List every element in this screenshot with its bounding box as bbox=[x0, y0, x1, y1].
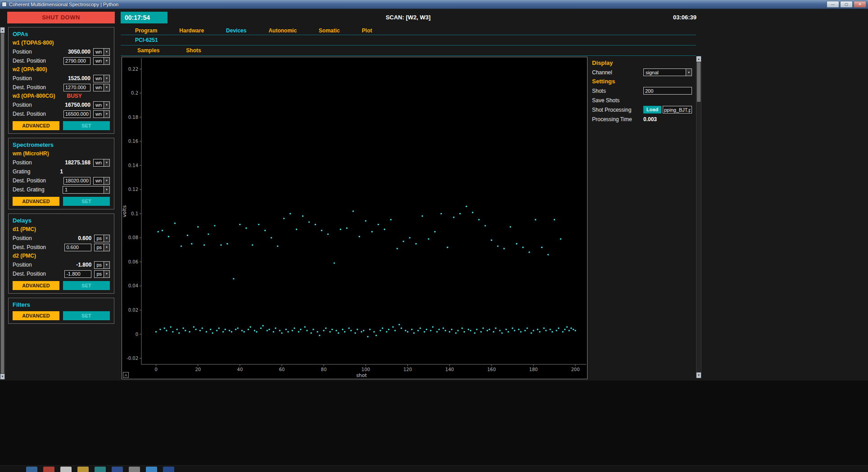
load-button[interactable]: Load bbox=[643, 106, 661, 113]
w3-dest-position-input[interactable] bbox=[63, 110, 90, 118]
d1-dest-position-input[interactable] bbox=[64, 244, 91, 251]
tab-hardware[interactable]: Hardware bbox=[179, 27, 204, 34]
w2-dest-units-combo[interactable]: wn▼ bbox=[93, 84, 110, 91]
w2-position-row: Position 1525.000 wn▼ bbox=[13, 74, 110, 82]
delays-set-button[interactable]: SET bbox=[63, 281, 110, 290]
chevron-down-icon[interactable]: ▼ bbox=[104, 49, 109, 55]
taskbar-app-icon[interactable] bbox=[77, 467, 89, 472]
d2-dest-units-combo[interactable]: ps▼ bbox=[94, 270, 110, 278]
spectrometers-set-button[interactable]: SET bbox=[63, 197, 110, 206]
opas-set-button[interactable]: SET bbox=[63, 121, 110, 130]
wm-dest-row: Dest. Position wn▼ bbox=[13, 177, 110, 185]
wm-units-combo[interactable]: wn▼ bbox=[93, 159, 110, 167]
taskbar-app-icon[interactable] bbox=[60, 467, 72, 472]
taskbar[interactable] bbox=[0, 465, 868, 472]
tab-samples[interactable]: Samples bbox=[137, 47, 159, 54]
tab-plot[interactable]: Plot bbox=[362, 27, 372, 34]
w2-dest-position-input[interactable] bbox=[63, 84, 90, 91]
scroll-up-icon[interactable]: ▲ bbox=[696, 56, 701, 62]
scrollbar-thumb[interactable] bbox=[1, 33, 4, 373]
chevron-down-icon[interactable]: ▼ bbox=[104, 262, 109, 268]
scroll-down-icon[interactable]: ▼ bbox=[696, 372, 701, 378]
opa-w2-name: w2 (OPA-800) bbox=[13, 66, 47, 73]
taskbar-app-icon[interactable] bbox=[163, 467, 174, 472]
svg-text:60: 60 bbox=[279, 367, 285, 372]
svg-text:180: 180 bbox=[529, 367, 538, 372]
chevron-down-icon[interactable]: ▼ bbox=[104, 111, 109, 118]
processing-file-input[interactable] bbox=[663, 106, 692, 113]
sidebar-scrollbar[interactable]: ▲ ▼ bbox=[0, 27, 5, 380]
taskbar-app-icon[interactable] bbox=[26, 467, 37, 472]
filters-set-button[interactable]: SET bbox=[63, 311, 110, 320]
chevron-down-icon[interactable]: ▼ bbox=[104, 102, 109, 109]
autoscale-button[interactable]: A bbox=[123, 372, 129, 378]
w3-busy-badge: BUSY bbox=[67, 93, 81, 99]
tab-devices[interactable]: Devices bbox=[226, 27, 246, 34]
w3-units-combo[interactable]: wn▼ bbox=[93, 101, 110, 109]
wm-dest-units-combo[interactable]: wn▼ bbox=[93, 177, 110, 185]
w1-dest-position-input[interactable] bbox=[63, 57, 90, 65]
shots-plot-canvas[interactable]: -0.0200.020.040.060.080.10.120.140.160.1… bbox=[122, 57, 587, 379]
main-scrollbar[interactable]: ▲ ▼ bbox=[696, 56, 701, 378]
section-opas: OPAs w1 (TOPAS-800) Position 3050.000 wn… bbox=[8, 27, 114, 134]
wm-dest-grating-combo[interactable]: 1▼ bbox=[63, 186, 110, 194]
filters-advanced-button[interactable]: ADVANCED bbox=[13, 311, 59, 320]
chevron-down-icon[interactable]: ▼ bbox=[104, 177, 109, 184]
w2-units-combo[interactable]: wn▼ bbox=[93, 75, 110, 82]
tab-autonomic[interactable]: Autonomic bbox=[268, 27, 297, 34]
w1-units-combo[interactable]: wn▼ bbox=[93, 48, 110, 56]
window-titlebar[interactable]: Coherent Multidimensional Spectroscopy |… bbox=[0, 0, 868, 9]
chevron-down-icon[interactable]: ▼ bbox=[104, 271, 109, 277]
taskbar-app-icon[interactable] bbox=[129, 467, 140, 472]
tab-pci-6251[interactable]: PCI-6251 bbox=[135, 37, 158, 43]
chevron-down-icon[interactable]: ▼ bbox=[104, 159, 109, 166]
chevron-down-icon[interactable]: ▼ bbox=[686, 69, 692, 76]
shots-input[interactable] bbox=[643, 87, 692, 95]
chevron-down-icon[interactable]: ▼ bbox=[104, 84, 109, 91]
channel-combo[interactable]: signal▼ bbox=[643, 68, 692, 76]
spectrometers-advanced-button[interactable]: ADVANCED bbox=[13, 197, 59, 206]
d2-dest-position-input[interactable] bbox=[64, 270, 91, 278]
d1-dest-units-combo[interactable]: ps▼ bbox=[94, 244, 110, 251]
d2-units-combo[interactable]: ps▼ bbox=[94, 261, 110, 269]
maximize-icon[interactable]: ▢ bbox=[840, 1, 853, 8]
section-delays: Delays d1 (PMC) Position 0.600 ps▼ Dest.… bbox=[8, 213, 114, 294]
minimize-icon[interactable]: — bbox=[827, 1, 839, 8]
opas-advanced-button[interactable]: ADVANCED bbox=[13, 121, 59, 130]
section-spectrometers: Spectrometers wm (MicroHR) Position 1827… bbox=[8, 138, 114, 209]
svg-text:-0.02: -0.02 bbox=[127, 356, 138, 361]
dest-position-label: Dest. Position bbox=[13, 271, 46, 277]
w3-dest-units-combo[interactable]: wn▼ bbox=[93, 110, 110, 118]
chevron-down-icon[interactable]: ▼ bbox=[104, 58, 109, 64]
wm-dest-position-input[interactable] bbox=[63, 177, 90, 185]
taskbar-app-icon[interactable] bbox=[112, 467, 123, 472]
chevron-down-icon[interactable]: ▼ bbox=[104, 235, 109, 242]
tab-somatic[interactable]: Somatic bbox=[319, 27, 340, 34]
chevron-down-icon[interactable]: ▼ bbox=[104, 244, 109, 251]
taskbar-app-icon[interactable] bbox=[43, 467, 54, 472]
w1-dest-units-combo[interactable]: wn▼ bbox=[93, 57, 110, 65]
tab-program[interactable]: Program bbox=[135, 27, 157, 34]
taskbar-app-icon[interactable] bbox=[95, 467, 106, 472]
dest-position-label: Dest. Position bbox=[13, 58, 46, 64]
scroll-down-icon[interactable]: ▼ bbox=[0, 374, 5, 379]
combo-value: ps bbox=[95, 262, 104, 268]
d1-dest-row: Dest. Position ps▼ bbox=[13, 243, 110, 251]
svg-text:0.1: 0.1 bbox=[131, 211, 138, 216]
chevron-down-icon[interactable]: ▼ bbox=[104, 186, 109, 193]
svg-text:40: 40 bbox=[237, 367, 243, 372]
settings-header: Settings bbox=[592, 77, 696, 86]
delays-header: Delays bbox=[13, 217, 110, 224]
d1-units-combo[interactable]: ps▼ bbox=[94, 235, 110, 242]
chevron-down-icon[interactable]: ▼ bbox=[104, 75, 109, 82]
scrollbar-thumb[interactable] bbox=[697, 62, 701, 102]
tab-shots[interactable]: Shots bbox=[186, 47, 201, 54]
taskbar-app-icon[interactable] bbox=[146, 467, 157, 472]
close-icon[interactable]: ✕ bbox=[854, 1, 866, 8]
d1-position-row: Position 0.600 ps▼ bbox=[13, 234, 110, 242]
delays-advanced-button[interactable]: ADVANCED bbox=[13, 281, 59, 290]
scroll-up-icon[interactable]: ▲ bbox=[0, 27, 5, 33]
shots-plot[interactable]: -0.0200.020.040.060.080.10.120.140.160.1… bbox=[122, 57, 588, 379]
shutdown-button[interactable]: SHUT DOWN bbox=[7, 12, 115, 23]
main-column: Program Hardware Devices Autonomic Somat… bbox=[121, 26, 696, 381]
